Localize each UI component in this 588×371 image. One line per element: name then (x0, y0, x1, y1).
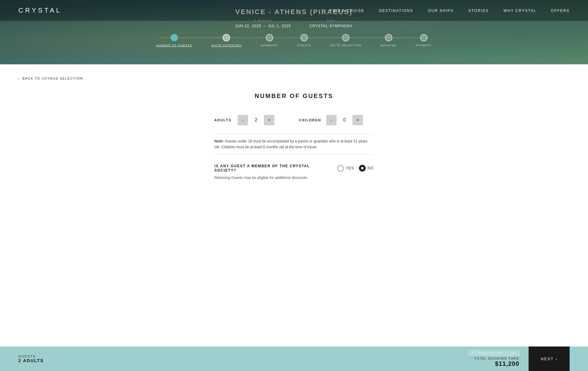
step-suite-category: SUITE CATEGORY (211, 34, 242, 47)
back-link-label: BACK TO VOYAGE SELECTION (22, 77, 83, 80)
adults-increase-button[interactable]: + (264, 115, 274, 125)
logo: CRYSTAL (18, 6, 62, 14)
back-to-voyage-link[interactable]: ‹ BACK TO VOYAGE SELECTION (18, 77, 570, 80)
nav-our-ships[interactable]: OUR SHIPS (428, 9, 454, 13)
society-question-label: IS ANY GUEST A MEMBER OF THE CRYSTAL SOC… (214, 164, 331, 172)
guests-row: ADULTS - 2 + CHILDREN - 0 + (214, 115, 374, 125)
footer-bar: GUESTS 2 ADULTS FIT REGULAR FARE USD TOT… (0, 346, 588, 371)
note-bold: Note: (214, 139, 224, 143)
society-yes-radio[interactable] (337, 165, 344, 172)
ship-name: CRYSTAL SYMPHONY (309, 24, 353, 28)
guests-form: ADULTS - 2 + CHILDREN - 0 + Note: Guests… (214, 115, 374, 180)
note-text: Guests under 18 must be accompanied by a… (214, 139, 368, 149)
adults-label: ADULTS (214, 118, 233, 122)
nav-destinations[interactable]: DESTINATIONS (379, 9, 413, 13)
navigation: CRYSTAL FIND A CRUISE DESTINATIONS OUR S… (0, 0, 588, 21)
footer-right: FIT REGULAR FARE USD TOTAL BOOKING FARE … (469, 346, 570, 371)
children-label: CHILDREN (299, 118, 321, 122)
society-radio-group: YES NO (337, 165, 374, 172)
main-content: ‹ BACK TO VOYAGE SELECTION NUMBER OF GUE… (0, 64, 588, 279)
step-number-of-guests: NUMBER OF GUESTS (156, 34, 192, 47)
nav-find-cruise[interactable]: FIND A CRUISE (330, 9, 364, 13)
nav-why-crystal[interactable]: WHY CRYSTAL (503, 9, 536, 13)
next-button[interactable]: NEXT › (529, 346, 570, 371)
age-note: Note: Guests under 18 must be accompanie… (214, 134, 374, 155)
children-value: 0 (341, 117, 348, 123)
fare-amount: $11,200 (469, 360, 519, 367)
nav-stories[interactable]: STORIES (469, 9, 489, 13)
nav-links: FIND A CRUISE DESTINATIONS OUR SHIPS STO… (330, 8, 570, 13)
society-question-row: IS ANY GUEST A MEMBER OF THE CRYSTAL SOC… (214, 164, 374, 172)
society-description: Returning Guests may be eligible for add… (214, 176, 374, 180)
society-no-label: NO (368, 166, 374, 170)
footer-guests-label: GUESTS (18, 354, 44, 358)
children-group: CHILDREN - 0 + (299, 115, 363, 125)
back-chevron-icon: ‹ (18, 77, 20, 80)
adults-group: ADULTS - 2 + (214, 115, 274, 125)
adults-decrease-button[interactable]: - (238, 115, 248, 125)
fare-type-badge: FIT REGULAR FARE (469, 350, 506, 355)
adults-value: 2 (253, 117, 259, 123)
voyage-dates: JUN 22, 2025 → JUL 1, 2025 (235, 24, 291, 28)
page-title: NUMBER OF GUESTS (18, 93, 570, 100)
society-yes-label: YES (346, 166, 354, 170)
fare-label: TOTAL BOOKING FARE (469, 357, 519, 360)
society-no-radio[interactable] (359, 165, 366, 172)
step-suite-selection: SUITE SELECTION (330, 34, 362, 47)
fare-info: FIT REGULAR FARE USD TOTAL BOOKING FARE … (469, 350, 519, 367)
society-no-option[interactable]: NO (359, 165, 374, 172)
children-increase-button[interactable]: + (352, 115, 363, 125)
society-section: IS ANY GUEST A MEMBER OF THE CRYSTAL SOC… (214, 164, 374, 180)
society-yes-option[interactable]: YES (337, 165, 354, 172)
step-guests: GUESTS (297, 34, 311, 47)
nav-offers[interactable]: OFFERS (551, 9, 570, 13)
step-payment: PAYMENT (416, 34, 432, 47)
step-summary: SUMMARY (261, 34, 278, 47)
footer-guests-value: 2 ADULTS (18, 358, 44, 363)
fare-badges: FIT REGULAR FARE USD (469, 350, 519, 355)
step-booking: BOOKING (381, 34, 397, 47)
footer-guests-info: GUESTS 2 ADULTS (18, 354, 44, 363)
currency-badge: USD (507, 350, 519, 355)
children-decrease-button[interactable]: - (326, 115, 337, 125)
progress-bar: NUMBER OF GUESTS SUITE CATEGORY SUMMARY … (156, 34, 432, 47)
